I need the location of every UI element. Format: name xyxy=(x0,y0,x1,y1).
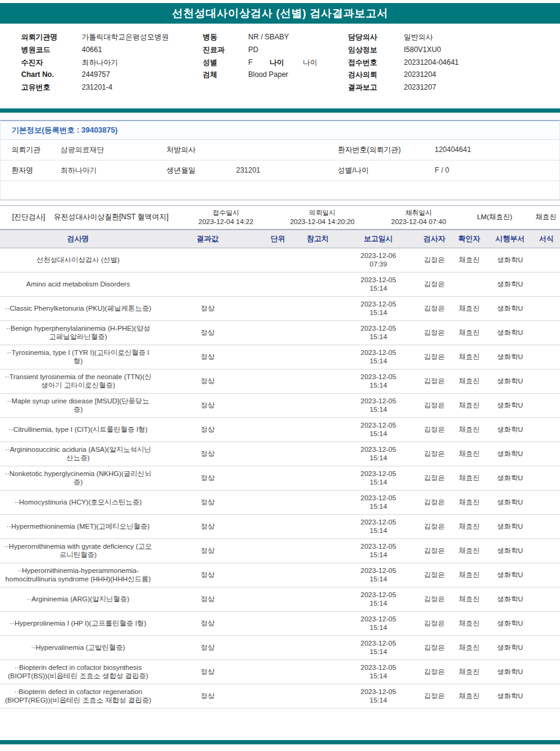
confirmer-cell: 채효진 xyxy=(451,611,487,635)
table-row: ··Classic Phenylketonuria (PKU)(페닐케톤뇨증)정… xyxy=(0,296,560,320)
result-cell xyxy=(156,248,259,272)
field-value: 231201 xyxy=(234,160,335,180)
test-name-cell: ··Hypermethioninemia (MET)(고메티오닌혈증) xyxy=(0,514,156,538)
field-label: 접수번호 xyxy=(348,59,404,67)
field-label: 검체 xyxy=(203,71,248,79)
dept-cell: 생화학U xyxy=(487,417,533,442)
confirmer-cell: 채효진 xyxy=(451,538,487,563)
field-label: 성별/나이 xyxy=(335,160,432,180)
table-row: ··Maple syrup urine disease [MSUD](단풍당뇨증… xyxy=(0,393,560,417)
result-cell: 정상 xyxy=(156,587,259,611)
result-cell: 정상 xyxy=(156,296,259,320)
field-value: Blood Paper xyxy=(248,71,288,79)
unit-cell xyxy=(259,490,297,514)
reported-date: 2023-12-05 xyxy=(341,566,415,575)
table-row: ··Hyperprolinemia I (HP I)(고프롤린혈증 I형)정상2… xyxy=(0,611,560,635)
tester-cell: 김정은 xyxy=(418,660,451,684)
column-header-8: 시행부서 xyxy=(487,230,533,248)
reported-date: 2023-12-05 xyxy=(341,372,415,382)
format-cell xyxy=(533,514,560,538)
reported-time: 15:14 xyxy=(341,526,415,535)
tester-cell: 김정은 xyxy=(418,345,451,369)
reported-time: 15:14 xyxy=(341,672,415,681)
basic-info-table: 의뢰기관삼광의료재단처방의사환자번호(의뢰기관)120404641환자명최하나아… xyxy=(1,140,559,200)
ref-cell xyxy=(297,660,339,684)
test-name-cell: ··Homocystinuria (HCY)(호모시스틴뇨증) xyxy=(0,490,156,514)
table-row: ··Hypermethioninemia (MET)(고메티오닌혈증)정상202… xyxy=(0,514,560,538)
reported-date: 2023-12-05 xyxy=(341,324,415,333)
dept-cell: 생화학U xyxy=(487,538,533,563)
table-row: ··Citrullinemia, type I (CIT)(시트룰린혈증 I형)… xyxy=(0,417,560,442)
field-label: 임상정보 xyxy=(348,46,404,55)
field-value: I580V1XU0 xyxy=(404,46,441,55)
ref-cell xyxy=(297,248,339,272)
result-cell: 정상 xyxy=(156,563,259,587)
ref-cell xyxy=(297,369,339,393)
field-label: 처방의사 xyxy=(164,140,234,160)
table-row: Amino acid metabolism Disorders2023-12-0… xyxy=(0,272,560,296)
result-cell: 정상 xyxy=(156,611,259,635)
field-label: 고유번호 xyxy=(21,84,82,92)
table-row: ··Hyperornithinemia-hyperammonemia-homoc… xyxy=(0,563,560,587)
test-name-cell: ··Argininemia (ARG)(알지닌혈증) xyxy=(0,587,156,611)
basic-info-row: 환자명최하나아기생년월일231201성별/나이F / 0 xyxy=(1,160,559,180)
header-field: 고유번호231201-4 xyxy=(21,84,203,92)
column-header-5: 보고일시 xyxy=(339,230,418,248)
basic-info-title: 기본정보(등록번호 : 39403875) xyxy=(1,121,559,140)
reported-cell: 2023-12-0515:14 xyxy=(339,442,418,466)
dept-cell: 생화학U xyxy=(487,296,533,320)
field-value: PD xyxy=(248,46,259,55)
field-label: Chart No. xyxy=(21,71,82,79)
header-field: 수진자최하나아기 xyxy=(21,59,203,67)
reported-cell: 2023-12-0515:14 xyxy=(339,490,418,514)
unit-cell xyxy=(259,345,297,369)
reported-time: 15:14 xyxy=(341,405,415,414)
dept-cell: 생화학U xyxy=(487,660,533,684)
result-cell: 정상 xyxy=(156,393,259,417)
reported-cell: 2023-12-0515:14 xyxy=(339,393,418,417)
reported-cell: 2023-12-0515:14 xyxy=(339,635,418,660)
header-column-1: 의뢰기관명가톨릭대학교은평성모병원병원코드40661수진자최하나아기Chart … xyxy=(21,33,203,96)
tester-cell: 김정은 xyxy=(418,272,451,296)
tester-cell: 김정은 xyxy=(418,490,451,514)
ref-cell xyxy=(297,466,339,490)
test-name-cell: ··Argininosuccinic aciduria (ASA)(알지노석시닌… xyxy=(0,442,156,466)
diagnosis-lm: LM(채효진) xyxy=(467,213,522,222)
diagnosis-request-time: 의뢰일시 2023-12-04 14:20:20 xyxy=(274,208,371,226)
ref-cell xyxy=(297,538,339,563)
confirmer-cell: 채효진 xyxy=(451,248,487,272)
result-cell: 정상 xyxy=(156,684,259,708)
tester-cell: 김정은 xyxy=(418,393,451,417)
header-field: 병동NR / SBABY xyxy=(203,33,348,42)
dept-cell: 생화학U xyxy=(487,466,533,490)
ref-cell xyxy=(297,272,339,296)
field-label: 병원코드 xyxy=(21,46,82,55)
tester-cell: 김정은 xyxy=(418,514,451,538)
tester-cell: 김정은 xyxy=(418,442,451,466)
table-row: ··Benign hyperphenylalaninemia (H-PHE)(양… xyxy=(0,320,560,345)
confirmer-cell: 채효진 xyxy=(451,417,487,442)
tester-cell: 김정은 xyxy=(418,466,451,490)
field-value: 20231204-04641 xyxy=(404,59,459,67)
result-cell: 정상 xyxy=(156,490,259,514)
test-name-cell: Amino acid metabolism Disorders xyxy=(0,272,156,296)
reported-time: 15:14 xyxy=(341,284,415,293)
time-value: 2023-12-04 14:20:20 xyxy=(274,217,371,227)
test-name-cell: ··Biopterin defect in cofactor biosynthe… xyxy=(0,660,156,684)
result-cell: 정상 xyxy=(156,417,259,442)
field-value: 20231207 xyxy=(404,84,436,92)
reported-cell: 2023-12-0515:14 xyxy=(339,296,418,320)
field-label: 의뢰기관 xyxy=(1,140,58,160)
field-value: 일반의사 xyxy=(404,33,433,42)
dept-cell: 생화학U xyxy=(487,611,533,635)
basic-info-section: 기본정보(등록번호 : 39403875) 의뢰기관삼광의료재단처방의사환자번호… xyxy=(0,120,560,200)
confirmer-cell: 채효진 xyxy=(451,442,487,466)
result-cell: 정상 xyxy=(156,660,259,684)
confirmer-cell: 채효진 xyxy=(451,393,487,417)
test-name-cell: ··Hyperornithinemia-hyperammonemia-homoc… xyxy=(0,563,156,587)
tester-cell: 김정은 xyxy=(418,296,451,320)
dept-cell: 생화학U xyxy=(487,369,533,393)
field-value: 231201-4 xyxy=(82,84,113,92)
unit-cell xyxy=(259,587,297,611)
unit-cell xyxy=(259,611,297,635)
